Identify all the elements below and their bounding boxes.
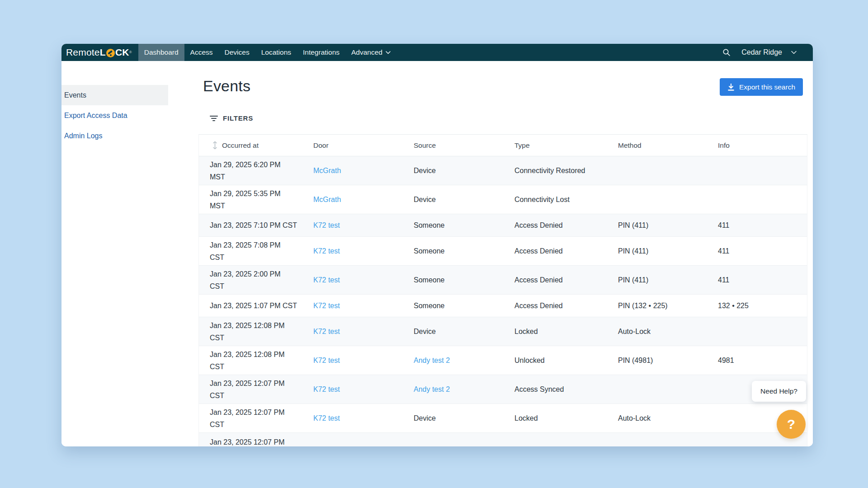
- source-cell: Device: [414, 167, 514, 175]
- occurred-at-cell: Jan 23, 2025 1:07 PM CST: [199, 300, 313, 312]
- method-cell: PIN (132 • 225): [618, 302, 718, 310]
- type-cell: Unlocked: [514, 357, 618, 365]
- door-link[interactable]: K72 test: [313, 385, 340, 393]
- export-search-label: Export this search: [739, 83, 795, 91]
- table-row: Jan 23, 2025 12:08 PMCSTK72 testDeviceLo…: [199, 317, 807, 346]
- type-cell: Locked: [514, 414, 618, 422]
- door-link[interactable]: K72 test: [313, 247, 340, 255]
- type-value: Access Denied: [514, 221, 563, 229]
- nav-item-dashboard[interactable]: Dashboard: [138, 44, 184, 61]
- search-icon[interactable]: [722, 48, 731, 56]
- method-value: PIN (411): [618, 221, 648, 229]
- door-cell: McGrath: [313, 167, 414, 175]
- door-link[interactable]: K72 test: [313, 328, 340, 335]
- door-cell: [313, 433, 414, 436]
- help-button[interactable]: ?: [777, 410, 806, 439]
- logo-text-remote: Remote: [66, 47, 100, 58]
- filters-label: FILTERS: [223, 114, 253, 122]
- top-navbar: RemoteLCK® Dashboard Access Devices Loca…: [61, 44, 813, 61]
- door-link[interactable]: K72 test: [313, 276, 340, 284]
- remotelock-logo[interactable]: RemoteLCK®: [66, 44, 132, 61]
- source-cell: Someone: [414, 302, 514, 310]
- sort-icon[interactable]: [212, 141, 218, 150]
- table-row: Jan 23, 2025 12:08 PMCSTK72 testAndy tes…: [199, 346, 807, 375]
- type-cell: Connectivity Lost: [514, 196, 618, 204]
- sidebar-item-export-access-data[interactable]: Export Access Data: [61, 105, 168, 126]
- type-cell: [514, 433, 618, 436]
- type-value: Access Denied: [514, 276, 563, 284]
- type-cell: Access Denied: [514, 276, 618, 284]
- table-row: Jan 23, 2025 2:00 PMCSTK72 testSomeoneAc…: [199, 266, 807, 295]
- door-cell: K72 test: [313, 357, 414, 365]
- column-header-source: Source: [414, 141, 514, 150]
- type-cell: Locked: [514, 328, 618, 336]
- info-value: 411: [718, 221, 730, 229]
- source-cell: Someone: [414, 276, 514, 284]
- occurred-at-cell: Jan 23, 2025 7:10 PM CST: [199, 219, 313, 231]
- door-cell: McGrath: [313, 196, 414, 204]
- nav-item-integrations[interactable]: Integrations: [297, 44, 345, 61]
- door-link[interactable]: McGrath: [313, 196, 341, 203]
- info-cell: 411: [718, 276, 807, 284]
- info-cell: 4981: [718, 357, 807, 365]
- export-search-button[interactable]: Export this search: [720, 78, 803, 96]
- occurred-at-cell: Jan 29, 2025 5:35 PMMST: [199, 188, 313, 212]
- door-cell: K72 test: [313, 414, 414, 422]
- source-value: Device: [414, 328, 436, 335]
- source-value: Device: [414, 414, 436, 422]
- table-header-row: Occurred at Door Source Type Method Info: [199, 135, 807, 156]
- info-cell: 411: [718, 221, 807, 230]
- door-cell: K72 test: [313, 302, 414, 310]
- account-menu[interactable]: Cedar Ridge: [741, 48, 797, 56]
- method-value: Auto-Lock: [618, 328, 651, 335]
- method-value: PIN (411): [618, 276, 648, 284]
- method-cell: PIN (4981): [618, 357, 718, 365]
- source-link[interactable]: Andy test 2: [414, 357, 450, 364]
- column-header-occurred-at[interactable]: Occurred at: [199, 141, 313, 150]
- occurred-at-cell: Jan 23, 2025 12:08 PMCST: [199, 348, 313, 373]
- info-cell: 411: [718, 247, 807, 255]
- nav-menu: Dashboard Access Devices Locations Integ…: [138, 44, 396, 61]
- method-cell: Auto-Lock: [618, 328, 718, 336]
- column-header-type: Type: [514, 141, 618, 150]
- door-link[interactable]: K72 test: [313, 302, 340, 310]
- source-value: Someone: [414, 221, 445, 229]
- type-cell: Access Synced: [514, 385, 618, 394]
- table-row: Jan 23, 2025 12:07 PMCSTK72 testDeviceLo…: [199, 404, 807, 433]
- table-row: Jan 23, 2025 7:10 PM CSTK72 testSomeoneA…: [199, 214, 807, 237]
- chevron-down-icon: [386, 51, 391, 54]
- source-value: Device: [414, 196, 436, 203]
- table-row: Jan 29, 2025 6:20 PMMSTMcGrathDeviceConn…: [199, 156, 807, 185]
- info-cell: 132 • 225: [718, 302, 807, 310]
- nav-item-locations[interactable]: Locations: [255, 44, 297, 61]
- logo-text-l: L: [100, 47, 106, 58]
- door-link[interactable]: McGrath: [313, 167, 341, 174]
- nav-item-devices[interactable]: Devices: [219, 44, 255, 61]
- events-table: Occurred at Door Source Type Method Info…: [198, 134, 807, 446]
- filters-toggle[interactable]: FILTERS: [210, 114, 253, 122]
- nav-item-access[interactable]: Access: [184, 44, 219, 61]
- nav-item-advanced[interactable]: Advanced: [345, 44, 396, 61]
- source-cell: Andy test 2: [414, 357, 514, 365]
- occurred-at-cell: Jan 23, 2025 12:07 PMCST: [199, 377, 313, 402]
- method-value: PIN (411): [618, 247, 648, 255]
- account-name: Cedar Ridge: [741, 48, 782, 56]
- column-header-method: Method: [618, 141, 718, 150]
- source-value: Someone: [414, 302, 445, 310]
- need-help-tooltip: Need Help?: [752, 381, 806, 402]
- door-link[interactable]: K72 test: [313, 414, 340, 422]
- info-value: 411: [718, 247, 730, 255]
- door-link[interactable]: K72 test: [313, 221, 340, 229]
- type-cell: Access Denied: [514, 247, 618, 255]
- method-value: Auto-Lock: [618, 414, 651, 422]
- source-cell: Device: [414, 196, 514, 204]
- sidebar-item-events[interactable]: Events: [61, 85, 168, 105]
- door-link[interactable]: K72 test: [313, 357, 340, 364]
- occurred-at-cell: Jan 23, 2025 12:07 PMCST: [199, 406, 313, 431]
- source-link[interactable]: Andy test 2: [414, 385, 450, 393]
- type-cell: Connectivity Restored: [514, 167, 618, 175]
- filter-icon: [210, 115, 218, 122]
- sidebar-item-admin-logs[interactable]: Admin Logs: [61, 126, 168, 146]
- occurred-at-cell: Jan 23, 2025 7:08 PMCST: [199, 239, 313, 263]
- source-value: Someone: [414, 276, 445, 284]
